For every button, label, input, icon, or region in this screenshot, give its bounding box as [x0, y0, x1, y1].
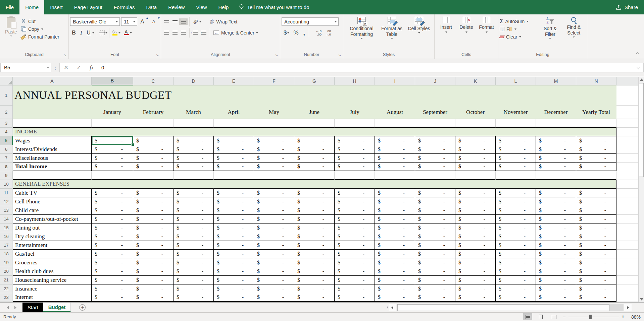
cell-F7[interactable]: $- [254, 154, 294, 163]
cell-J12[interactable]: $- [415, 197, 455, 206]
cell-B13[interactable]: $- [92, 206, 133, 215]
cell-D1[interactable] [174, 85, 214, 106]
cell-H17[interactable]: $- [335, 241, 375, 250]
row-header-15[interactable]: 15 [0, 223, 13, 232]
cell-B15[interactable]: $- [92, 223, 133, 232]
cell-K10[interactable] [455, 180, 496, 189]
cell-F11[interactable]: $- [254, 189, 294, 197]
column-header-A[interactable]: A [13, 77, 92, 85]
cell-C9[interactable] [133, 171, 174, 180]
tell-me-box[interactable]: Tell me what you want to do [239, 0, 309, 14]
fill-color-button[interactable] [111, 29, 118, 37]
cell-L15[interactable]: $- [496, 223, 536, 232]
cell-E20[interactable]: $- [214, 267, 254, 276]
cell-B17[interactable]: $- [92, 241, 133, 250]
cell-N13[interactable]: $- [576, 206, 616, 215]
cell-H4[interactable] [335, 128, 375, 136]
cell-B2[interactable]: January [92, 106, 133, 119]
cell-B22[interactable]: $- [92, 284, 133, 293]
cell-B9[interactable] [92, 171, 133, 180]
cell-filler-16[interactable] [616, 232, 638, 241]
cell-J14[interactable]: $- [415, 215, 455, 223]
cell-G11[interactable]: $- [294, 189, 335, 197]
autosum-button[interactable]: Σ AutoSum [500, 17, 538, 25]
cell-H16[interactable]: $- [335, 232, 375, 241]
cell-G22[interactable]: $- [294, 284, 335, 293]
cell-I23[interactable]: $- [375, 293, 415, 302]
cell-J20[interactable]: $- [415, 267, 455, 276]
scroll-up-icon[interactable] [640, 78, 643, 81]
cell-H6[interactable]: $- [335, 145, 375, 154]
cell-M7[interactable]: $- [536, 154, 576, 163]
cell-C4[interactable] [133, 128, 174, 136]
cell-D3[interactable] [174, 119, 214, 128]
cell-F2[interactable]: May [254, 106, 294, 119]
cell-filler-12[interactable] [616, 197, 638, 206]
cell-N8[interactable]: $- [576, 163, 616, 171]
cell-A16[interactable]: Dry cleaning [13, 232, 92, 241]
scroll-right-button[interactable] [624, 304, 632, 311]
cell-L20[interactable]: $- [496, 267, 536, 276]
cell-B3[interactable] [92, 119, 133, 128]
cell-E6[interactable]: $- [214, 145, 254, 154]
vertical-scroll-thumb[interactable] [639, 83, 644, 177]
row-header-17[interactable]: 17 [0, 241, 13, 250]
cell-A22[interactable]: Insurance [13, 284, 92, 293]
cell-K17[interactable]: $- [455, 241, 496, 250]
insert-cells-button[interactable]: ← Insert [436, 16, 456, 52]
cell-L5[interactable]: $- [496, 136, 536, 145]
cell-G19[interactable]: $- [294, 258, 335, 267]
select-all-corner[interactable] [0, 77, 13, 85]
cell-L1[interactable] [496, 85, 536, 106]
cell-M9[interactable] [536, 171, 576, 180]
cell-F3[interactable] [254, 119, 294, 128]
cell-B4[interactable] [92, 128, 133, 136]
cell-J19[interactable]: $- [415, 258, 455, 267]
cell-C19[interactable]: $- [133, 258, 174, 267]
scroll-down-icon[interactable] [640, 298, 643, 301]
cell-K18[interactable]: $- [455, 250, 496, 258]
cell-K11[interactable]: $- [455, 189, 496, 197]
cell-J13[interactable]: $- [415, 206, 455, 215]
cancel-button[interactable]: ✕ [60, 64, 72, 71]
cell-A6[interactable]: Interest/Dividends [13, 145, 92, 154]
cell-D10[interactable] [174, 180, 214, 189]
cell-B6[interactable]: $- [92, 145, 133, 154]
cell-M20[interactable]: $- [536, 267, 576, 276]
cell-filler-8[interactable] [616, 163, 638, 171]
cell-A9[interactable] [13, 171, 92, 180]
cell-K14[interactable]: $- [455, 215, 496, 223]
cell-M16[interactable]: $- [536, 232, 576, 241]
cell-A15[interactable]: Dining out [13, 223, 92, 232]
cell-G15[interactable]: $- [294, 223, 335, 232]
cell-filler-7[interactable] [616, 154, 638, 163]
cell-filler-20[interactable] [616, 267, 638, 276]
cell-M21[interactable]: $- [536, 276, 576, 284]
cell-H14[interactable]: $- [335, 215, 375, 223]
cell-C22[interactable]: $- [133, 284, 174, 293]
column-header-I[interactable]: I [375, 77, 415, 85]
cell-L16[interactable]: $- [496, 232, 536, 241]
cell-K13[interactable]: $- [455, 206, 496, 215]
cell-A13[interactable]: Child care [13, 206, 92, 215]
italic-button[interactable]: I [78, 29, 85, 37]
cell-L13[interactable]: $- [496, 206, 536, 215]
orientation-button[interactable]: ab [191, 18, 203, 25]
cell-N11[interactable]: $- [576, 189, 616, 197]
cell-N14[interactable]: $- [576, 215, 616, 223]
cell-C3[interactable] [133, 119, 174, 128]
cell-C18[interactable]: $- [133, 250, 174, 258]
cell-filler-19[interactable] [616, 258, 638, 267]
cell-F20[interactable]: $- [254, 267, 294, 276]
zoom-slider-thumb[interactable] [589, 315, 592, 319]
cell-A21[interactable]: Housecleaning service [13, 276, 92, 284]
row-header-19[interactable]: 19 [0, 258, 13, 267]
cell-filler-1[interactable] [616, 85, 638, 106]
cell-I16[interactable]: $- [375, 232, 415, 241]
conditional-formatting-button[interactable]: ≠ Conditional Formatting [347, 16, 377, 52]
cell-H18[interactable]: $- [335, 250, 375, 258]
cell-C20[interactable]: $- [133, 267, 174, 276]
column-header-G[interactable]: G [294, 77, 335, 85]
column-header-B[interactable]: B [92, 77, 133, 85]
sheet-tab-start[interactable]: Start [22, 303, 43, 312]
